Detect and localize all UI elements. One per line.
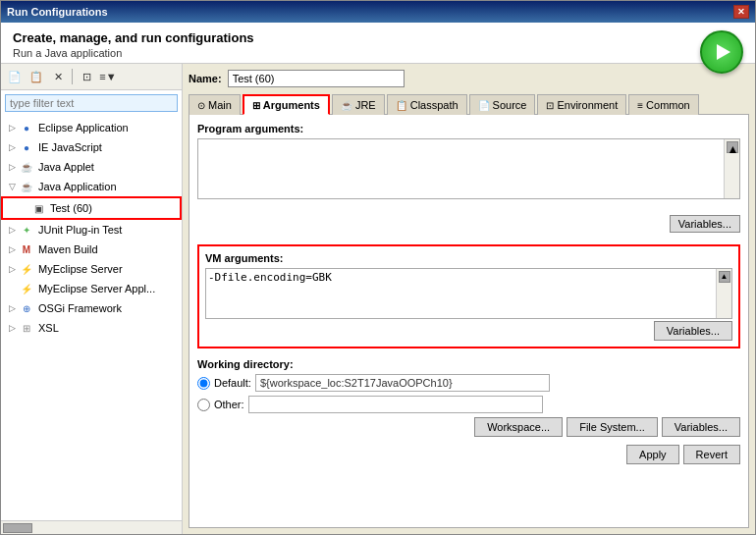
tree-item-maven-build[interactable]: ▷ M Maven Build <box>1 240 182 259</box>
tab-common[interactable]: ≡ Common <box>628 94 698 115</box>
vm-args-input[interactable]: -Dfile.encoding=GBK <box>206 269 716 318</box>
other-radio-label: Other: <box>214 399 244 410</box>
common-tab-icon: ≡ <box>637 100 643 111</box>
arguments-tab-icon: ⊞ <box>252 100 260 111</box>
workspace-button[interactable]: Workspace... <box>474 417 563 437</box>
titlebar: Run Configurations ✕ <box>1 1 755 23</box>
program-args-variables-button[interactable]: Variables... <box>670 215 740 233</box>
variables-dir-button[interactable]: Variables... <box>662 417 740 437</box>
run-button[interactable] <box>700 30 743 74</box>
default-radio[interactable] <box>197 377 210 390</box>
tree-label-ie-js: IE JavaScript <box>38 141 102 153</box>
tab-classpath-label: Classpath <box>410 99 459 111</box>
tab-classpath[interactable]: 📋 Classpath <box>387 94 467 115</box>
tree-item-myeclipse-appl[interactable]: ⚡ MyEclipse Server Appl... <box>1 279 182 298</box>
new-config-button[interactable]: 📄 <box>5 67 25 86</box>
close-button[interactable]: ✕ <box>733 5 749 19</box>
xsl-icon: ⊞ <box>19 320 34 336</box>
tab-common-label: Common <box>646 99 690 111</box>
view-menu-button[interactable]: ≡▼ <box>98 67 118 86</box>
java-applet-icon: ☕ <box>19 159 34 175</box>
tree-item-ie-js[interactable]: ▷ ● IE JavaScript <box>1 137 182 157</box>
vm-variables-button[interactable]: Variables... <box>654 321 732 341</box>
other-radio[interactable] <box>197 399 210 411</box>
tab-source-label: Source <box>493 99 527 111</box>
program-args-area: ▲ <box>197 138 740 199</box>
eclipse-app-icon: ● <box>19 120 34 135</box>
tree-toolbar: 📄 📋 ✕ ⊡ ≡▼ <box>1 64 182 90</box>
scroll-arrow-up2[interactable]: ▲ <box>719 271 730 283</box>
expand-icon <box>7 284 17 294</box>
tree-item-java-applet[interactable]: ▷ ☕ Java Applet <box>1 157 182 177</box>
name-label: Name: <box>189 73 222 84</box>
tab-content-arguments: Program arguments: ▲ Variables... VM arg… <box>189 115 749 528</box>
program-args-scrollbar[interactable]: ▲ <box>724 139 739 198</box>
expand-icon: ▷ <box>7 264 17 274</box>
tree-label-myeclipse-appl: MyEclipse Server Appl... <box>38 283 155 294</box>
filter-input[interactable] <box>5 94 178 112</box>
tab-main[interactable]: ⊙ Main <box>189 94 241 115</box>
apply-button[interactable]: Apply <box>626 445 679 464</box>
tree-item-eclipse-app[interactable]: ▷ ● Eclipse Application <box>1 118 182 137</box>
tab-arguments-label: Arguments <box>263 99 320 111</box>
copy-config-button[interactable]: 📋 <box>27 67 46 86</box>
tree-label-eclipse-app: Eclipse Application <box>38 122 129 134</box>
working-directory-section: Working directory: Default: Other: Works… <box>197 358 740 437</box>
toolbar-separator <box>72 69 73 84</box>
default-radio-label: Default: <box>214 377 251 389</box>
tree-item-myeclipse-server[interactable]: ▷ ⚡ MyEclipse Server <box>1 259 182 279</box>
env-tab-icon: ⊡ <box>546 100 554 111</box>
test60-icon: ▣ <box>30 200 46 216</box>
tree-item-test60[interactable]: ▣ Test (60) <box>1 196 182 220</box>
tree-label-java-applet: Java Applet <box>38 161 94 173</box>
header-title: Create, manage, and run configurations <box>13 30 743 45</box>
vm-args-area: -Dfile.encoding=GBK ▲ <box>205 268 732 319</box>
name-input[interactable] <box>228 70 405 87</box>
revert-button[interactable]: Revert <box>683 445 740 464</box>
classpath-tab-icon: 📋 <box>396 100 407 111</box>
working-dir-buttons: Workspace... File System... Variables... <box>197 417 740 437</box>
tree-label-maven-build: Maven Build <box>38 243 98 255</box>
vm-variables-btn-row: Variables... <box>205 321 732 341</box>
tree-label-osgi: OSGi Framework <box>38 302 122 314</box>
program-args-input[interactable] <box>198 139 724 198</box>
filter-button[interactable]: ⊡ <box>77 67 96 86</box>
header: Create, manage, and run configurations R… <box>1 23 755 64</box>
tab-source[interactable]: 📄 Source <box>469 94 536 115</box>
tree-item-junit[interactable]: ▷ ✦ JUnit Plug-in Test <box>1 220 182 240</box>
file-system-button[interactable]: File System... <box>567 417 658 437</box>
junit-icon: ✦ <box>19 222 34 238</box>
vm-args-scrollbar[interactable]: ▲ <box>716 269 731 318</box>
tab-jre[interactable]: ☕ JRE <box>332 94 385 115</box>
configuration-tabs: ⊙ Main ⊞ Arguments ☕ JRE 📋 Classpath 📄 <box>189 93 749 115</box>
myeclipse-appl-icon: ⚡ <box>19 281 34 296</box>
working-dir-label: Working directory: <box>197 358 740 370</box>
delete-config-button[interactable]: ✕ <box>48 67 68 86</box>
expand-icon: ▷ <box>7 323 17 333</box>
osgi-icon: ⊕ <box>19 300 34 316</box>
tree-item-java-app[interactable]: ▽ ☕ Java Application <box>1 177 182 196</box>
expand-icon: ▷ <box>7 303 17 313</box>
tab-arguments[interactable]: ⊞ Arguments <box>243 94 330 115</box>
program-args-label: Program arguments: <box>197 123 740 134</box>
myeclipse-icon: ⚡ <box>19 261 34 277</box>
right-panel: Name: ⊙ Main ⊞ Arguments ☕ JRE 📋 <box>183 64 755 534</box>
scroll-arrow-up[interactable]: ▲ <box>727 141 738 153</box>
configuration-tree: ▷ ● Eclipse Application ▷ ● IE JavaScrip… <box>1 116 182 520</box>
jre-tab-icon: ☕ <box>341 100 352 111</box>
run-icon <box>717 44 730 60</box>
tree-label-xsl: XSL <box>38 322 59 334</box>
name-row: Name: <box>189 70 749 87</box>
ie-js-icon: ● <box>19 139 34 155</box>
scrollbar-thumb[interactable] <box>3 523 32 533</box>
window-title: Run Configurations <box>7 6 108 18</box>
tree-item-osgi[interactable]: ▷ ⊕ OSGi Framework <box>1 298 182 318</box>
maven-icon: M <box>19 241 34 257</box>
tab-environment[interactable]: ⊡ Environment <box>537 94 626 115</box>
other-radio-row: Other: <box>197 396 740 413</box>
horizontal-scrollbar[interactable] <box>1 520 182 534</box>
other-path-input[interactable] <box>248 396 543 413</box>
tree-item-xsl[interactable]: ▷ ⊞ XSL <box>1 318 182 338</box>
header-subtitle: Run a Java application <box>13 47 743 59</box>
default-path-input[interactable] <box>255 374 550 392</box>
